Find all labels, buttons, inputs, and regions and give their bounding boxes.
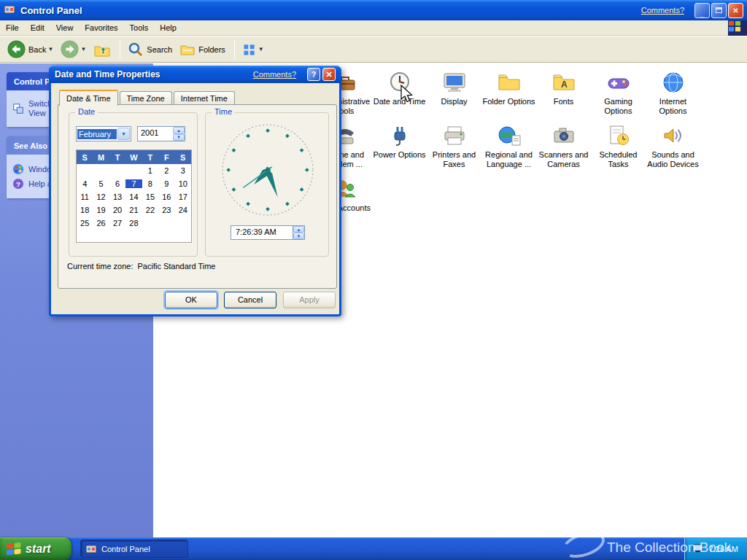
- calendar-day-15[interactable]: 15: [142, 192, 158, 201]
- start-label: start: [26, 542, 51, 556]
- menu-view[interactable]: View: [50, 21, 80, 34]
- calendar-day-2[interactable]: 2: [158, 166, 174, 175]
- control-panel-item-internet-options[interactable]: Internet Options: [646, 69, 700, 115]
- calendar-day-25[interactable]: 25: [77, 219, 93, 228]
- apply-button[interactable]: Apply: [283, 292, 336, 308]
- calendar-day-26[interactable]: 26: [93, 219, 109, 228]
- menu-tools[interactable]: Tools: [124, 21, 155, 34]
- comments-link[interactable]: Comments?: [641, 6, 684, 15]
- tray-network-icon[interactable]: [692, 543, 703, 554]
- menu-help[interactable]: Help: [154, 21, 182, 34]
- calendar-week: 45678910: [77, 177, 191, 190]
- year-value: 2001: [138, 127, 173, 141]
- year-spinner[interactable]: 2001 ▲ ▼: [137, 126, 185, 141]
- calendar-day-19[interactable]: 19: [93, 206, 109, 214]
- dialog-close-button[interactable]: ✕: [322, 68, 336, 81]
- month-dropdown-icon[interactable]: ▼: [117, 128, 130, 140]
- menu-file[interactable]: File: [0, 21, 25, 34]
- control-panel-task-icon: [85, 543, 97, 555]
- minimize-button[interactable]: _: [694, 3, 710, 18]
- calendar-day-20[interactable]: 20: [109, 206, 125, 214]
- time-down-icon[interactable]: ▼: [293, 233, 304, 239]
- calendar-day-10[interactable]: 10: [175, 179, 191, 188]
- folders-label: Folders: [198, 45, 225, 54]
- menu-favorites[interactable]: Favorites: [79, 21, 123, 34]
- up-button[interactable]: [90, 39, 114, 61]
- timezone-label: Current time zone:: [67, 262, 133, 271]
- time-legend: Time: [212, 107, 235, 116]
- views-button[interactable]: ▼: [239, 40, 267, 59]
- calendar-day-6[interactable]: 6: [109, 179, 125, 188]
- dialog-buttons: OK Cancel Apply: [51, 292, 339, 310]
- menu-edit[interactable]: Edit: [25, 21, 50, 34]
- control-panel-item-printers-and-faxes[interactable]: Printers and Faxes: [427, 122, 481, 168]
- system-tray: 7:26 AM: [684, 537, 747, 560]
- folders-icon: [179, 42, 196, 58]
- calendar-day-11[interactable]: 11: [77, 192, 93, 201]
- tab-date-time[interactable]: Date & Time: [59, 90, 118, 106]
- cancel-button[interactable]: Cancel: [224, 292, 276, 308]
- day-header: F: [158, 153, 174, 162]
- item-label: Display: [441, 97, 467, 106]
- calendar-day-22[interactable]: 22: [142, 206, 158, 214]
- control-panel-item-folder-options[interactable]: Folder Options: [481, 69, 536, 106]
- year-down-icon[interactable]: ▼: [173, 134, 185, 141]
- back-dropdown-icon[interactable]: ▼: [47, 46, 53, 52]
- maximize-button[interactable]: [711, 3, 727, 18]
- dialog-help-button[interactable]: ?: [307, 68, 320, 81]
- calendar-day-14[interactable]: 14: [125, 192, 142, 201]
- calendar-day-24[interactable]: 24: [175, 206, 191, 214]
- item-label: Sounds and Audio Devices: [646, 150, 700, 168]
- day-header: T: [142, 153, 158, 162]
- search-button[interactable]: Search: [125, 39, 175, 60]
- date-groupbox: Date February ▼ 2001 ▲ ▼ SMTWTFS12345678…: [69, 112, 198, 257]
- day-header: S: [175, 153, 191, 162]
- calendar-day-21[interactable]: 21: [125, 206, 142, 214]
- calendar-day-8[interactable]: 8: [142, 179, 158, 188]
- time-up-icon[interactable]: ▲: [293, 226, 304, 233]
- calendar-day-12[interactable]: 12: [93, 192, 109, 201]
- taskbar-item-control-panel[interactable]: Control Panel: [80, 540, 188, 558]
- forward-button[interactable]: ▼: [58, 38, 89, 61]
- calendar-day-13[interactable]: 13: [109, 192, 125, 201]
- calendar-day-9[interactable]: 9: [158, 179, 174, 188]
- ok-button[interactable]: OK: [165, 292, 217, 308]
- control-panel-item-scheduled-tasks[interactable]: Scheduled Tasks: [591, 122, 646, 168]
- calendar-day-5[interactable]: 5: [93, 179, 109, 188]
- control-panel-item-regional-and-language[interactable]: Regional and Language ...: [481, 122, 536, 168]
- dialog-comments-link[interactable]: Comments?: [253, 70, 296, 79]
- control-panel-item-scanners-and-cameras[interactable]: Scanners and Cameras: [536, 122, 591, 168]
- calendar-day-3[interactable]: 3: [175, 166, 191, 175]
- year-up-icon[interactable]: ▲: [173, 127, 185, 134]
- back-button[interactable]: Back ▼: [4, 38, 56, 61]
- start-flag-icon: [6, 541, 22, 556]
- calendar-day-18[interactable]: 18: [77, 206, 93, 214]
- timezone-line: Current time zone:Pacific Standard Time: [67, 262, 215, 271]
- calendar-day-1[interactable]: 1: [142, 166, 158, 175]
- calendar-day-7[interactable]: 7: [125, 179, 142, 188]
- calendar-day-16[interactable]: 16: [158, 192, 174, 201]
- calendar-day-23[interactable]: 23: [158, 206, 174, 214]
- regional-icon: [496, 122, 522, 149]
- views-dropdown-icon[interactable]: ▼: [258, 46, 264, 52]
- calendar-day-28[interactable]: 28: [125, 219, 142, 228]
- calendar-day-17[interactable]: 17: [175, 192, 191, 201]
- folder-options-icon: [496, 69, 522, 96]
- switch-view-icon: [12, 103, 24, 114]
- calendar-day-27[interactable]: 27: [109, 219, 125, 228]
- dialog-titlebar: Date and Time Properties Comments? ? ✕: [49, 66, 341, 83]
- control-panel-item-fonts[interactable]: AFonts: [536, 69, 591, 106]
- control-panel-item-power-options[interactable]: Power Options: [372, 122, 427, 160]
- close-button[interactable]: ✕: [728, 3, 743, 18]
- control-panel-item-gaming-options[interactable]: Gaming Options: [591, 69, 646, 115]
- start-button[interactable]: start: [0, 537, 71, 560]
- window-title: Control Panel: [20, 5, 82, 16]
- control-panel-item-display[interactable]: Display: [427, 69, 481, 106]
- time-field[interactable]: 7:26:39 AM ▲ ▼: [231, 225, 305, 240]
- folders-button[interactable]: Folders: [177, 39, 228, 60]
- calendar-day-4[interactable]: 4: [77, 179, 93, 188]
- control-panel-item-date-and-time[interactable]: Date and Time: [372, 69, 427, 106]
- month-select[interactable]: February ▼: [76, 126, 131, 141]
- control-panel-item-sounds-and-audio-devices[interactable]: Sounds and Audio Devices: [646, 122, 700, 168]
- forward-dropdown-icon[interactable]: ▼: [80, 46, 86, 52]
